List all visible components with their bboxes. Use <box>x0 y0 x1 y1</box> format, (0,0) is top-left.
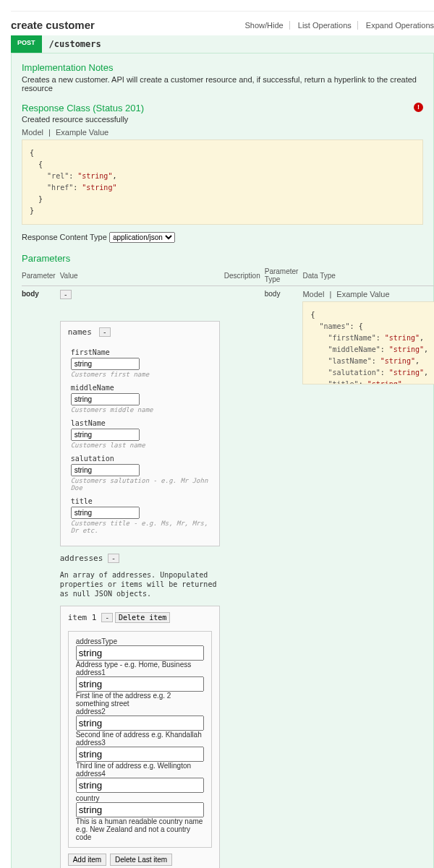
page-title: create customer <box>11 19 95 31</box>
datatype-example-link[interactable]: Example Value <box>336 290 389 298</box>
field-lastname-hint: Customers last name <box>71 442 212 449</box>
parameter-type: body <box>265 286 303 869</box>
list-operations-link[interactable]: List Operations <box>292 21 358 30</box>
names-collapse[interactable]: - <box>99 327 111 337</box>
field-address3-hint: Third line of address e.g. Wellington <box>76 762 204 770</box>
field-addresstype-hint: Address type - e.g. Home, Business <box>76 661 204 669</box>
item-collapse[interactable]: - <box>101 613 113 622</box>
field-address4-label: address4 <box>76 770 106 778</box>
field-firstname-hint: Customers first name <box>71 371 212 378</box>
example-value-link[interactable]: Example Value <box>56 128 109 137</box>
col-parameter-type: Parameter Type <box>265 265 303 286</box>
method-badge: POST <box>11 35 42 53</box>
field-salutation-input[interactable] <box>71 464 140 476</box>
field-firstname-label: firstName <box>71 348 212 356</box>
field-salutation-label: salutation <box>71 455 212 463</box>
item-label: item 1 <box>68 613 97 622</box>
field-country-hint: This is a human readable country name e.… <box>76 817 204 841</box>
response-content-type-label: Response Content Type <box>22 233 107 241</box>
field-title-label: title <box>71 497 212 505</box>
addresses-group-label: addresses <box>60 554 103 563</box>
header-actions: Show/Hide List Operations Expand Operati… <box>239 21 434 30</box>
show-hide-link[interactable]: Show/Hide <box>239 21 290 30</box>
addresses-description: An array of addresses. Unpopulated prope… <box>60 570 220 598</box>
alert-icon: ! <box>414 103 423 112</box>
field-lastname-input[interactable] <box>71 429 140 441</box>
datatype-model-link[interactable]: Model <box>302 290 324 298</box>
field-address1-label: address1 <box>76 669 106 676</box>
field-address1-hint: First line of the address e.g. 2 somethi… <box>76 692 204 708</box>
implementation-notes-text: Creates a new customer. API will create … <box>22 75 423 93</box>
implementation-notes-title: Implementation Notes <box>22 62 423 73</box>
field-lastname-label: lastName <box>71 419 212 427</box>
param-name: body <box>22 290 39 298</box>
address-item-panel: item 1 - Delete item addressType Address… <box>60 606 220 868</box>
field-address2-input[interactable] <box>76 716 204 731</box>
field-middlename-label: middleName <box>71 384 212 392</box>
collapse-toggle[interactable]: - <box>60 290 72 299</box>
names-group-label: names <box>68 327 92 337</box>
field-middlename-input[interactable] <box>71 393 140 405</box>
field-address4-input[interactable] <box>76 778 204 793</box>
field-address3-input[interactable] <box>76 747 204 762</box>
field-addresstype-label: addressType <box>76 637 117 645</box>
response-class-title: Response Class (Status 201) <box>22 103 423 113</box>
field-salutation-hint: Customers salutation - e.g. Mr John Doe <box>71 477 212 491</box>
col-value: Value <box>60 265 224 286</box>
field-address3-label: address3 <box>76 739 106 747</box>
value-form-panel: names - firstName Customers first name <box>60 321 220 546</box>
field-firstname-input[interactable] <box>71 358 140 370</box>
field-title-input[interactable] <box>71 507 140 519</box>
col-data-type: Data Type <box>302 265 434 286</box>
col-description: Description <box>224 265 265 286</box>
parameters-title: Parameters <box>22 253 423 264</box>
delete-last-item-button[interactable]: Delete Last item <box>110 854 172 866</box>
field-address2-label: address2 <box>76 708 106 716</box>
field-country-input[interactable] <box>76 802 204 817</box>
delete-item-button[interactable]: Delete item <box>115 612 170 623</box>
datatype-example[interactable]: { "names": { "firstName": "string", "mid… <box>302 301 434 384</box>
field-middlename-hint: Customers middle name <box>71 406 212 413</box>
response-example: { { "rel": "string", "href": "string" } … <box>22 139 423 225</box>
response-content-type-select[interactable]: application/json <box>109 232 175 243</box>
model-link[interactable]: Model <box>22 128 43 137</box>
field-address1-input[interactable] <box>76 676 204 692</box>
field-country-label: country <box>76 794 100 802</box>
field-address2-hint: Second line of address e.g. Khandallah <box>76 731 204 739</box>
add-item-button[interactable]: Add item <box>68 854 106 866</box>
field-addresstype-input[interactable] <box>76 645 204 661</box>
addresses-collapse[interactable]: - <box>108 554 119 563</box>
endpoint-path[interactable]: /customers <box>42 35 434 53</box>
response-class-text: Created resource successfully <box>22 115 423 124</box>
col-parameter: Parameter <box>22 265 60 286</box>
expand-operations-link[interactable]: Expand Operations <box>360 21 434 30</box>
field-title-hint: Customers title - e.g. Ms, Mr, Mrs, Dr e… <box>71 520 212 534</box>
